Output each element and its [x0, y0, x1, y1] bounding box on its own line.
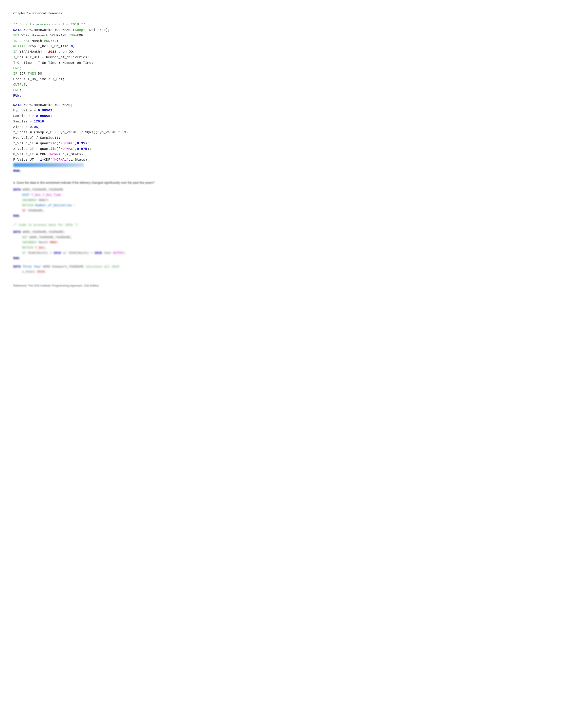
code-line: P_Value_UT = 1-CDF('NORMAL',z_Stats);	[13, 157, 550, 163]
blurred-code-3: DATA WORK_YOURNAME_YOURNAME KEEP T_Del_T…	[13, 187, 550, 219]
code-line: DATA WORK.Homework2_YOURNAME (Keep=T_Del…	[13, 27, 550, 33]
code-line: IF YEAR(Month) = 2018 then DO;	[13, 49, 550, 55]
code-line: DATA WORK.Homework2_YOURNAME;	[13, 102, 550, 108]
run-statement-2: RUN;	[13, 168, 550, 174]
code-section-1: /* Code to process data for 2018 */ DATA…	[13, 22, 550, 98]
code-line: Alpha = 0.05;	[13, 124, 550, 130]
code-line: z_Stats = (Sample_P - Hyp_Value) / SQRT(…	[13, 130, 550, 135]
code-line: SET WORK.Homework_YOURNAME END=EOF;	[13, 33, 550, 38]
blurred-comment-2018: /* Code to process data for 2018 */	[13, 223, 550, 227]
code-line: P_Value_LT = CDF('NORMAL',z_Stats);	[13, 152, 550, 157]
blurred-line	[13, 163, 84, 167]
code-line: Hyp_Value = 0.98502;	[13, 108, 550, 113]
code-line: Sample_P = 0.99065;	[13, 113, 550, 119]
code-line: Prop = T_On_Time / T_Del;	[13, 77, 550, 82]
code-comment: /* Code to process data for 2018 */	[13, 22, 550, 27]
code-line: END;	[13, 88, 550, 93]
code-line: z_Value_1T = quantile('NORMAL',0.95);	[13, 141, 550, 146]
code-line: RETAIN Prop T_Del T_On_Time 0;	[13, 44, 550, 49]
blurred-code-4: DATA WORK_YOURNAME_YOURNAME; SET WORK_YO…	[13, 230, 550, 261]
code-line: Samples = 17010;	[13, 119, 550, 124]
run-statement: RUN;	[13, 93, 550, 99]
code-line: Hyp_Value) / Samples));	[13, 135, 550, 141]
code-line: OUTPUT;	[13, 82, 550, 88]
blurred-code-5: DATA Three Year WORK Homework_YOURNAME c…	[13, 264, 550, 275]
code-line: T_On_Time = T_On_Time + Number_on_Time;	[13, 60, 550, 66]
footer-reference: Reference: The SAS Institute: Programmin…	[13, 283, 550, 288]
question-b: b. Does the data in this worksheet indic…	[13, 180, 550, 185]
code-line: IF EOF THEN DO;	[13, 71, 550, 77]
code-line: END;	[13, 66, 550, 71]
code-line: T_Del = T_DEL + Number_of_deliveries;	[13, 55, 550, 60]
code-line: z_Value_2T = quantile('NORMAL',0.975);	[13, 146, 550, 152]
code-line: INFORMAT Month MONYY.;	[13, 38, 550, 44]
code-section-2: DATA WORK.Homework2_YOURNAME; Hyp_Value …	[13, 102, 550, 174]
chapter-title: Chapter 7 – Statistical Inferences	[13, 11, 550, 16]
